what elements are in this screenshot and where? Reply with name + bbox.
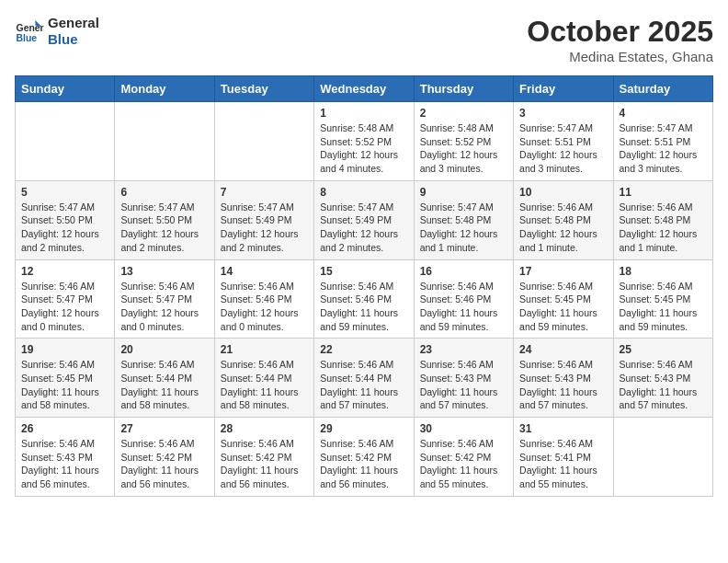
cell-content: Sunrise: 5:46 AM Sunset: 5:42 PM Dayligh… bbox=[120, 437, 208, 491]
calendar-cell: 8Sunrise: 5:47 AM Sunset: 5:49 PM Daylig… bbox=[314, 180, 414, 259]
cell-content: Sunrise: 5:46 AM Sunset: 5:44 PM Dayligh… bbox=[120, 358, 208, 412]
cell-content: Sunrise: 5:46 AM Sunset: 5:47 PM Dayligh… bbox=[21, 280, 108, 334]
calendar-cell: 29Sunrise: 5:46 AM Sunset: 5:42 PM Dayli… bbox=[314, 418, 414, 497]
calendar-cell: 7Sunrise: 5:47 AM Sunset: 5:49 PM Daylig… bbox=[214, 180, 313, 259]
cell-content: Sunrise: 5:46 AM Sunset: 5:45 PM Dayligh… bbox=[21, 358, 108, 412]
cell-content: Sunrise: 5:46 AM Sunset: 5:45 PM Dayligh… bbox=[620, 280, 707, 334]
day-number: 26 bbox=[21, 422, 108, 435]
calendar-cell: 11Sunrise: 5:46 AM Sunset: 5:48 PM Dayli… bbox=[613, 180, 712, 259]
day-number: 20 bbox=[120, 343, 208, 356]
cell-content: Sunrise: 5:46 AM Sunset: 5:46 PM Dayligh… bbox=[221, 280, 308, 334]
day-number: 7 bbox=[221, 186, 308, 199]
day-number: 10 bbox=[519, 186, 607, 199]
weekday-header-wednesday: Wednesday bbox=[314, 76, 414, 102]
calendar-cell: 28Sunrise: 5:46 AM Sunset: 5:42 PM Dayli… bbox=[214, 418, 313, 497]
logo-general: General bbox=[48, 15, 99, 31]
calendar-cell: 30Sunrise: 5:46 AM Sunset: 5:42 PM Dayli… bbox=[414, 418, 513, 497]
day-number: 4 bbox=[620, 107, 707, 120]
day-number: 6 bbox=[120, 186, 208, 199]
weekday-header-sunday: Sunday bbox=[16, 76, 115, 102]
location-subtitle: Medina Estates, Ghana bbox=[527, 49, 713, 64]
cell-content: Sunrise: 5:46 AM Sunset: 5:42 PM Dayligh… bbox=[420, 437, 507, 491]
day-number: 22 bbox=[320, 343, 407, 356]
calendar-cell: 6Sunrise: 5:47 AM Sunset: 5:50 PM Daylig… bbox=[115, 180, 214, 259]
day-number: 29 bbox=[320, 422, 407, 435]
page-header: General Blue General Blue October 2025 M… bbox=[15, 15, 713, 64]
day-number: 2 bbox=[420, 107, 507, 120]
calendar-week-row: 26Sunrise: 5:46 AM Sunset: 5:43 PM Dayli… bbox=[16, 418, 713, 497]
logo-icon: General Blue bbox=[15, 17, 44, 46]
day-number: 19 bbox=[21, 343, 108, 356]
day-number: 21 bbox=[221, 343, 308, 356]
weekday-header-thursday: Thursday bbox=[414, 76, 513, 102]
cell-content: Sunrise: 5:46 AM Sunset: 5:43 PM Dayligh… bbox=[21, 437, 108, 491]
day-number: 25 bbox=[620, 343, 707, 356]
cell-content: Sunrise: 5:46 AM Sunset: 5:45 PM Dayligh… bbox=[519, 280, 607, 334]
day-number: 16 bbox=[420, 265, 507, 278]
cell-content: Sunrise: 5:46 AM Sunset: 5:44 PM Dayligh… bbox=[221, 358, 308, 412]
calendar-cell: 26Sunrise: 5:46 AM Sunset: 5:43 PM Dayli… bbox=[16, 418, 115, 497]
logo-blue: Blue bbox=[48, 31, 99, 48]
calendar-cell: 21Sunrise: 5:46 AM Sunset: 5:44 PM Dayli… bbox=[214, 339, 313, 418]
cell-content: Sunrise: 5:47 AM Sunset: 5:51 PM Dayligh… bbox=[620, 121, 707, 176]
day-number: 9 bbox=[420, 186, 507, 199]
day-number: 14 bbox=[221, 265, 308, 278]
cell-content: Sunrise: 5:46 AM Sunset: 5:43 PM Dayligh… bbox=[420, 358, 507, 412]
calendar-cell: 3Sunrise: 5:47 AM Sunset: 5:51 PM Daylig… bbox=[514, 102, 613, 181]
calendar-cell: 24Sunrise: 5:46 AM Sunset: 5:43 PM Dayli… bbox=[514, 339, 613, 418]
calendar-cell: 13Sunrise: 5:46 AM Sunset: 5:47 PM Dayli… bbox=[115, 259, 214, 339]
weekday-header-tuesday: Tuesday bbox=[214, 76, 313, 102]
calendar-cell bbox=[214, 102, 313, 181]
calendar-cell: 23Sunrise: 5:46 AM Sunset: 5:43 PM Dayli… bbox=[414, 339, 513, 418]
day-number: 11 bbox=[620, 186, 707, 199]
day-number: 17 bbox=[519, 265, 607, 278]
calendar-cell: 10Sunrise: 5:46 AM Sunset: 5:48 PM Dayli… bbox=[514, 180, 613, 259]
calendar-table: SundayMondayTuesdayWednesdayThursdayFrid… bbox=[15, 75, 713, 497]
cell-content: Sunrise: 5:47 AM Sunset: 5:50 PM Dayligh… bbox=[120, 201, 208, 255]
svg-text:Blue: Blue bbox=[17, 33, 38, 43]
calendar-cell: 14Sunrise: 5:46 AM Sunset: 5:46 PM Dayli… bbox=[214, 259, 313, 339]
calendar-cell: 1Sunrise: 5:48 AM Sunset: 5:52 PM Daylig… bbox=[314, 102, 414, 181]
cell-content: Sunrise: 5:47 AM Sunset: 5:49 PM Dayligh… bbox=[221, 201, 308, 255]
day-number: 1 bbox=[320, 107, 407, 120]
calendar-week-row: 12Sunrise: 5:46 AM Sunset: 5:47 PM Dayli… bbox=[16, 259, 713, 339]
calendar-cell: 18Sunrise: 5:46 AM Sunset: 5:45 PM Dayli… bbox=[613, 259, 712, 339]
day-number: 15 bbox=[320, 265, 407, 278]
day-number: 12 bbox=[21, 265, 108, 278]
cell-content: Sunrise: 5:46 AM Sunset: 5:46 PM Dayligh… bbox=[420, 280, 507, 334]
calendar-cell: 12Sunrise: 5:46 AM Sunset: 5:47 PM Dayli… bbox=[16, 259, 115, 339]
day-number: 3 bbox=[519, 107, 607, 120]
cell-content: Sunrise: 5:46 AM Sunset: 5:46 PM Dayligh… bbox=[320, 280, 407, 334]
calendar-cell: 31Sunrise: 5:46 AM Sunset: 5:41 PM Dayli… bbox=[514, 418, 613, 497]
day-number: 28 bbox=[221, 422, 308, 435]
cell-content: Sunrise: 5:46 AM Sunset: 5:48 PM Dayligh… bbox=[620, 201, 707, 255]
calendar-cell: 16Sunrise: 5:46 AM Sunset: 5:46 PM Dayli… bbox=[414, 259, 513, 339]
calendar-header-row: SundayMondayTuesdayWednesdayThursdayFrid… bbox=[16, 76, 713, 102]
cell-content: Sunrise: 5:47 AM Sunset: 5:48 PM Dayligh… bbox=[420, 201, 507, 255]
day-number: 13 bbox=[120, 265, 208, 278]
cell-content: Sunrise: 5:46 AM Sunset: 5:42 PM Dayligh… bbox=[221, 437, 308, 491]
title-block: October 2025 Medina Estates, Ghana bbox=[527, 15, 713, 64]
cell-content: Sunrise: 5:48 AM Sunset: 5:52 PM Dayligh… bbox=[320, 121, 407, 176]
weekday-header-monday: Monday bbox=[115, 76, 214, 102]
cell-content: Sunrise: 5:46 AM Sunset: 5:43 PM Dayligh… bbox=[519, 358, 607, 412]
calendar-week-row: 19Sunrise: 5:46 AM Sunset: 5:45 PM Dayli… bbox=[16, 339, 713, 418]
calendar-cell bbox=[16, 102, 115, 181]
calendar-cell bbox=[613, 418, 712, 497]
day-number: 23 bbox=[420, 343, 507, 356]
calendar-cell: 25Sunrise: 5:46 AM Sunset: 5:43 PM Dayli… bbox=[613, 339, 712, 418]
day-number: 24 bbox=[519, 343, 607, 356]
cell-content: Sunrise: 5:46 AM Sunset: 5:41 PM Dayligh… bbox=[519, 437, 607, 491]
calendar-cell: 20Sunrise: 5:46 AM Sunset: 5:44 PM Dayli… bbox=[115, 339, 214, 418]
day-number: 8 bbox=[320, 186, 407, 199]
day-number: 30 bbox=[420, 422, 507, 435]
day-number: 31 bbox=[519, 422, 607, 435]
calendar-cell: 5Sunrise: 5:47 AM Sunset: 5:50 PM Daylig… bbox=[16, 180, 115, 259]
cell-content: Sunrise: 5:47 AM Sunset: 5:51 PM Dayligh… bbox=[519, 121, 607, 176]
calendar-cell: 22Sunrise: 5:46 AM Sunset: 5:44 PM Dayli… bbox=[314, 339, 414, 418]
calendar-week-row: 5Sunrise: 5:47 AM Sunset: 5:50 PM Daylig… bbox=[16, 180, 713, 259]
cell-content: Sunrise: 5:48 AM Sunset: 5:52 PM Dayligh… bbox=[420, 121, 507, 176]
calendar-cell: 2Sunrise: 5:48 AM Sunset: 5:52 PM Daylig… bbox=[414, 102, 513, 181]
calendar-cell: 19Sunrise: 5:46 AM Sunset: 5:45 PM Dayli… bbox=[16, 339, 115, 418]
calendar-cell: 15Sunrise: 5:46 AM Sunset: 5:46 PM Dayli… bbox=[314, 259, 414, 339]
